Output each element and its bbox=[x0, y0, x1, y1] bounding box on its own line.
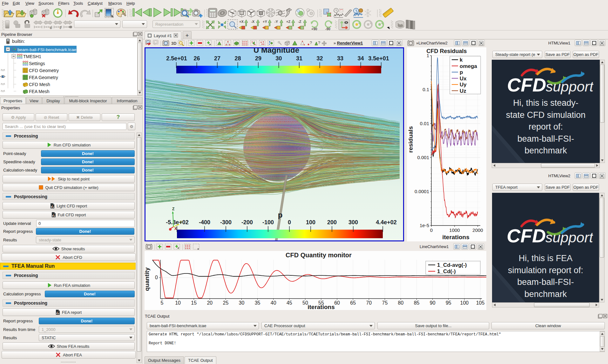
svg-text:0: 0 bbox=[430, 227, 433, 233]
svg-text:omega: omega bbox=[460, 63, 477, 69]
svg-text:0.01: 0.01 bbox=[420, 121, 429, 126]
svg-text:Uz: Uz bbox=[460, 88, 466, 94]
svg-text:CFD: CFD bbox=[507, 74, 546, 96]
svg-text:1_Cd(-): 1_Cd(-) bbox=[437, 268, 456, 274]
svg-text:support: support bbox=[546, 78, 593, 95]
svg-text:-Y: -Y bbox=[274, 20, 278, 24]
svg-text:support: support bbox=[545, 229, 593, 246]
svg-text:3.5e+01: 3.5e+01 bbox=[368, 55, 389, 62]
svg-text:105: 105 bbox=[476, 300, 485, 306]
svg-text:100: 100 bbox=[460, 300, 469, 306]
svg-text:X: X bbox=[174, 226, 177, 231]
svg-text:95: 95 bbox=[446, 300, 451, 306]
svg-text:Z: Z bbox=[172, 207, 174, 211]
svg-text:25: 25 bbox=[223, 300, 229, 306]
svg-text:60: 60 bbox=[334, 300, 340, 306]
svg-text:0.001: 0.001 bbox=[417, 155, 429, 160]
svg-text:?: ? bbox=[310, 40, 312, 45]
svg-text:-300: -300 bbox=[220, 219, 232, 226]
svg-text:0: 0 bbox=[288, 219, 291, 226]
svg-text:CFD Geometry: CFD Geometry bbox=[29, 68, 59, 73]
svg-text:beam-ball-FSI-benchmark.tcae: beam-ball-FSI-benchmark.tcae bbox=[17, 47, 76, 52]
svg-text:-5.3e+02: -5.3e+02 bbox=[166, 219, 189, 226]
svg-text:FEA Geometry: FEA Geometry bbox=[29, 75, 58, 80]
svg-text:+X: +X bbox=[239, 20, 244, 24]
svg-text:3D: 3D bbox=[171, 41, 177, 46]
svg-text:33: 33 bbox=[337, 55, 343, 62]
svg-text:20: 20 bbox=[207, 300, 213, 306]
svg-text:?: ? bbox=[318, 40, 320, 45]
svg-text:80: 80 bbox=[398, 300, 404, 306]
svg-text:27: 27 bbox=[214, 55, 220, 62]
svg-text:85: 85 bbox=[414, 300, 420, 306]
svg-text:CFD: CFD bbox=[507, 225, 546, 246]
svg-text:45: 45 bbox=[287, 300, 292, 306]
svg-text:2000: 2000 bbox=[472, 227, 483, 233]
svg-text:90: 90 bbox=[430, 300, 436, 306]
svg-text:0.1: 0.1 bbox=[422, 87, 429, 92]
svg-text:15: 15 bbox=[191, 300, 197, 306]
svg-text:35: 35 bbox=[255, 300, 260, 306]
svg-text:32: 32 bbox=[316, 55, 323, 62]
svg-text:29: 29 bbox=[255, 55, 261, 62]
svg-text:CFD Mesh: CFD Mesh bbox=[29, 82, 50, 87]
svg-text:-200: -200 bbox=[241, 219, 253, 226]
svg-text:200: 200 bbox=[327, 219, 337, 226]
svg-text:Ux: Ux bbox=[460, 76, 467, 82]
svg-text:40: 40 bbox=[271, 300, 276, 306]
svg-text:iterations: iterations bbox=[442, 234, 470, 240]
svg-text:31: 31 bbox=[296, 55, 302, 62]
svg-text:-400: -400 bbox=[199, 219, 210, 226]
svg-text:Uy: Uy bbox=[460, 82, 467, 88]
svg-text:-X: -X bbox=[251, 20, 255, 24]
svg-text:26: 26 bbox=[193, 55, 200, 62]
svg-text:50: 50 bbox=[302, 300, 308, 306]
svg-text:k: k bbox=[460, 57, 463, 63]
svg-text:30: 30 bbox=[239, 300, 245, 306]
svg-text:CFD Residuals: CFD Residuals bbox=[426, 48, 467, 54]
svg-text:0: 0 bbox=[155, 275, 158, 280]
svg-text:FEA Mesh: FEA Mesh bbox=[29, 89, 50, 94]
svg-text:CFD Quantity monitor: CFD Quantity monitor bbox=[286, 252, 352, 259]
svg-text:Y: Y bbox=[180, 220, 182, 225]
svg-text:quantity: quantity bbox=[145, 267, 150, 291]
svg-text:1_Cd-avg(-): 1_Cd-avg(-) bbox=[437, 262, 467, 268]
svg-text:4.4e+02: 4.4e+02 bbox=[376, 219, 397, 226]
svg-text:0.0001: 0.0001 bbox=[415, 189, 429, 194]
svg-text:p: p bbox=[460, 69, 463, 75]
svg-text:100: 100 bbox=[306, 219, 315, 226]
svg-text:+Z: +Z bbox=[286, 20, 290, 24]
svg-text:65: 65 bbox=[350, 300, 356, 306]
svg-text:5: 5 bbox=[161, 300, 164, 306]
svg-text:Settings: Settings bbox=[29, 61, 45, 66]
svg-text:iterations: iterations bbox=[307, 304, 335, 310]
svg-text:residuals: residuals bbox=[407, 126, 414, 152]
svg-text:U Magnitude: U Magnitude bbox=[253, 48, 299, 54]
svg-text:28: 28 bbox=[234, 55, 241, 62]
svg-text:p: p bbox=[278, 211, 283, 219]
svg-text:34: 34 bbox=[357, 55, 364, 62]
svg-text:70: 70 bbox=[366, 300, 372, 306]
svg-text:1000: 1000 bbox=[449, 227, 460, 233]
svg-text:builtin:: builtin: bbox=[12, 39, 25, 44]
svg-text:+Y: +Y bbox=[263, 20, 267, 24]
svg-text:75: 75 bbox=[382, 300, 388, 306]
svg-text:-Z: -Z bbox=[298, 20, 301, 24]
svg-text:2.5e+01: 2.5e+01 bbox=[166, 55, 187, 62]
svg-text:c: c bbox=[50, 25, 52, 30]
svg-text:1e-5: 1e-5 bbox=[420, 223, 429, 228]
svg-text:30: 30 bbox=[275, 55, 282, 62]
svg-text:10: 10 bbox=[175, 300, 181, 306]
svg-text:TMESH1: TMESH1 bbox=[23, 54, 41, 59]
svg-text:t: t bbox=[60, 25, 61, 30]
svg-text:-100: -100 bbox=[262, 219, 274, 226]
svg-text:300: 300 bbox=[348, 219, 358, 226]
